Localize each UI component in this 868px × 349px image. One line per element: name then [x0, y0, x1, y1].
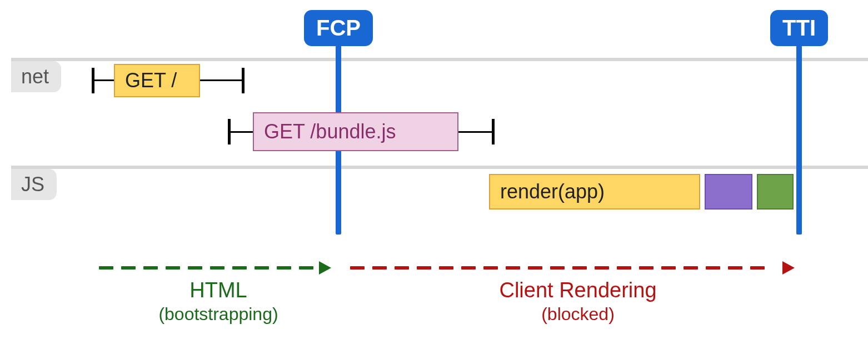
marker-line-tti [796, 46, 802, 235]
whisker-cap [92, 68, 94, 93]
phase-cr-sub: (blocked) [356, 303, 800, 325]
phase-arrow-html [99, 266, 331, 270]
marker-pill-tti: TTI [770, 10, 828, 46]
phase-arrow-client-rendering [350, 266, 795, 270]
rendering-timeline-diagram: net JS FCP TTI GET / GET /bundle.js rend… [0, 0, 868, 349]
phase-label-client-rendering: Client Rendering (blocked) [356, 278, 800, 325]
js-render-app: render(app) [489, 174, 700, 210]
whisker-cap [492, 119, 495, 144]
phase-cr-title: Client Rendering [356, 278, 800, 303]
net-get-bundle-label: GET /bundle.js [264, 120, 396, 143]
lane-label-net: net [11, 61, 61, 92]
lane-divider [11, 58, 868, 61]
whisker-cap [228, 119, 231, 144]
lane-divider [11, 166, 868, 169]
js-render-app-label: render(app) [500, 180, 605, 203]
js-block-green [757, 174, 794, 210]
net-get-bundle: GET /bundle.js [253, 112, 458, 151]
phase-html-sub: (bootstrapping) [99, 303, 338, 325]
net-get-root-label: GET / [125, 69, 177, 92]
net-get-root: GET / [114, 64, 200, 97]
whisker-cap [242, 68, 245, 93]
js-block-purple [705, 174, 752, 210]
phase-label-html: HTML (bootstrapping) [99, 278, 338, 325]
marker-pill-fcp: FCP [304, 10, 373, 46]
phase-html-title: HTML [99, 278, 338, 303]
lane-label-js: JS [11, 169, 57, 200]
